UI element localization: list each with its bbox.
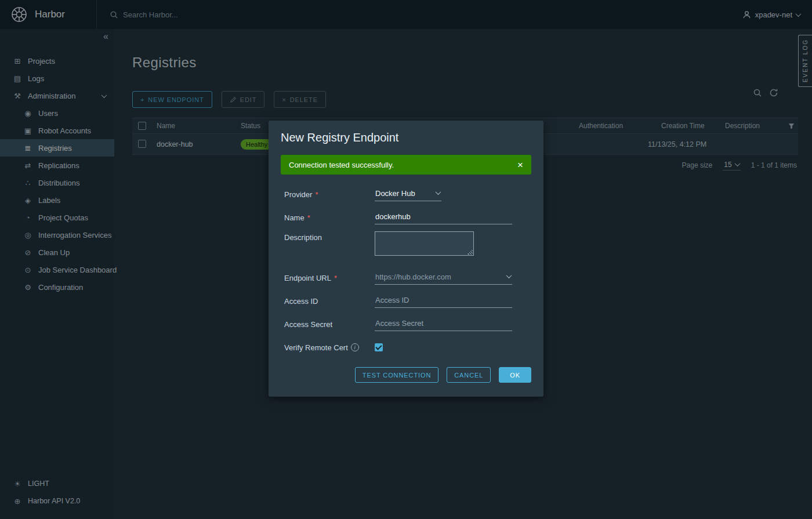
access-secret-row: Access Secret [281, 313, 531, 336]
access-id-row: Access ID [281, 289, 531, 313]
provider-select[interactable]: Docker Hub [375, 187, 441, 201]
required-mark: * [307, 213, 310, 222]
ok-button[interactable]: OK [499, 367, 531, 383]
verify-cert-row: Verify Remote Cert [281, 336, 531, 359]
endpoint-url-row: Endpoint URL * https://hub.docker.com [281, 266, 531, 289]
modal-title: New Registry Endpoint [281, 129, 531, 146]
endpoint-form: Provider * Docker Hub Name * Description [281, 183, 531, 359]
access-id-input[interactable] [375, 294, 512, 308]
alert-message: Connection tested successfully. [289, 161, 394, 169]
verify-cert-label: Verify Remote Cert [284, 343, 348, 352]
close-icon[interactable]: × [517, 160, 523, 170]
description-row: Description [281, 229, 531, 266]
required-mark: * [334, 274, 337, 282]
description-label: Description [284, 233, 322, 242]
name-label: Name [284, 213, 304, 222]
name-row: Name * [281, 206, 531, 229]
verify-cert-checkbox[interactable] [375, 343, 383, 351]
success-alert: Connection tested successfully. × [281, 155, 531, 175]
provider-label: Provider [284, 190, 312, 199]
required-mark: * [315, 190, 318, 199]
harbor-app: Harbor xpadev-net « ⊞ Proje [0, 0, 812, 519]
endpoint-url-select[interactable]: https://hub.docker.com [375, 271, 512, 285]
provider-row: Provider * Docker Hub [281, 183, 531, 206]
info-icon[interactable] [351, 343, 359, 351]
chevron-down-icon [506, 273, 512, 278]
name-input[interactable] [375, 210, 512, 224]
access-id-label: Access ID [284, 297, 318, 306]
description-textarea[interactable] [375, 231, 474, 256]
cancel-button[interactable]: CANCEL [447, 367, 491, 383]
access-secret-label: Access Secret [284, 320, 332, 329]
test-connection-button[interactable]: TEST CONNECTION [355, 367, 438, 383]
endpoint-url-label: Endpoint URL [284, 274, 331, 282]
new-registry-endpoint-modal: New Registry Endpoint Connection tested … [269, 121, 543, 397]
modal-actions: TEST CONNECTION CANCEL OK [281, 367, 531, 383]
access-secret-input[interactable] [375, 317, 512, 331]
endpoint-url-value: https://hub.docker.com [375, 273, 451, 281]
provider-value: Docker Hub [375, 189, 415, 198]
chevron-down-icon [436, 189, 441, 195]
